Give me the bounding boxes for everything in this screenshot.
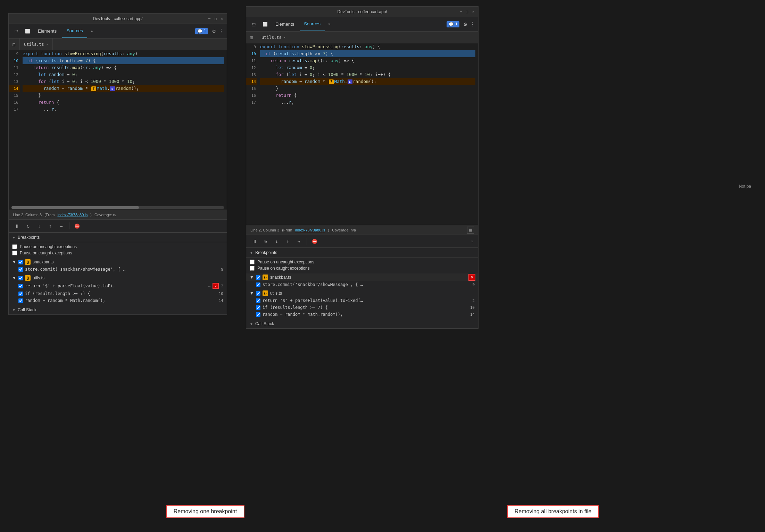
right-source-link[interactable]: index-73f73a80.js bbox=[295, 228, 325, 232]
left-title-text: DevTools - coffee-cart.app/ bbox=[93, 16, 142, 21]
right-utils-entry3-cb[interactable] bbox=[256, 312, 260, 317]
right-bp-caught-checkbox[interactable] bbox=[250, 266, 255, 271]
remove-all-btn-right[interactable]: ✕ bbox=[468, 274, 475, 281]
gutter-16-right: 16 bbox=[246, 92, 257, 99]
minimize-btn-right[interactable]: ─ bbox=[459, 10, 463, 14]
pause-btn-left[interactable]: ⏸ bbox=[12, 221, 22, 231]
left-bp-uncaught-row: Pause on uncaught exceptions bbox=[12, 244, 223, 249]
maximize-btn-right[interactable]: □ bbox=[465, 10, 469, 14]
right-bp-caught-row: Pause on caught exceptions bbox=[250, 266, 475, 271]
console-badge-right[interactable]: 💬 1 bbox=[447, 21, 460, 27]
right-title-bar: DevTools - coffee-cart.app/ ─ □ ✕ bbox=[246, 7, 478, 17]
mobile-icon-left[interactable]: ⬜ bbox=[23, 26, 32, 36]
left-bp-utils-header[interactable]: ▼ {} utils.ts bbox=[9, 274, 227, 282]
left-edit-icon[interactable]: ✏ bbox=[208, 284, 211, 288]
right-utils-entry2-cb[interactable] bbox=[256, 305, 260, 310]
inspect-icon-left[interactable]: ⬚ bbox=[11, 26, 21, 36]
left-bp-uncaught-checkbox[interactable] bbox=[12, 244, 17, 249]
right-utils-entry1-text: return '$' + parseFloat(value).toFixed(… bbox=[263, 298, 470, 303]
step-btn-left[interactable]: → bbox=[57, 221, 66, 231]
right-snackbar-checkbox[interactable] bbox=[256, 275, 260, 280]
code-line-12-right: let random = 0; bbox=[260, 64, 475, 71]
code-line-11-right: return results.map((r: any) => { bbox=[260, 57, 475, 64]
more-icon-left[interactable]: ⋮ bbox=[218, 28, 224, 34]
right-snackbar-entry1-cb[interactable] bbox=[256, 282, 260, 287]
file-close-right[interactable]: ✕ bbox=[284, 35, 286, 39]
mobile-icon-right[interactable]: ⬜ bbox=[260, 19, 270, 29]
right-file-tab-row: ◫ utils.ts ✕ bbox=[246, 32, 478, 43]
deactivate-btn-left[interactable]: ⛔ bbox=[72, 221, 82, 231]
right-bp-uncaught-checkbox[interactable] bbox=[250, 260, 255, 264]
right-status-bar: Line 2, Column 3 (From index-73f73a80.js… bbox=[246, 225, 478, 235]
left-bp-chevron: ▼ bbox=[12, 236, 16, 239]
left-snackbar-entry1-cb[interactable] bbox=[18, 267, 23, 272]
right-snackbar-chevron: ▼ bbox=[250, 275, 254, 280]
left-position: Line 2, Column 3 bbox=[13, 213, 42, 217]
code-line-16-right: return { bbox=[260, 92, 475, 99]
left-utils-entry2-cb[interactable] bbox=[18, 292, 23, 296]
right-bp-utils-header[interactable]: ▼ {} utils.ts bbox=[246, 289, 478, 297]
left-utils-checkbox[interactable] bbox=[18, 276, 23, 280]
left-snackbar-checkbox[interactable] bbox=[18, 260, 23, 264]
tab-sources-right[interactable]: Sources bbox=[300, 17, 325, 31]
step-into-btn-right[interactable]: ↓ bbox=[272, 236, 282, 246]
file-close-left[interactable]: ✕ bbox=[46, 42, 48, 46]
right-utils-entry3-line: 14 bbox=[470, 312, 475, 317]
tab-more-left[interactable]: » bbox=[89, 27, 95, 35]
step-out-btn-left[interactable]: ↑ bbox=[45, 221, 55, 231]
settings-icon-right[interactable]: ⚙ bbox=[464, 21, 467, 27]
console-badge-left[interactable]: 💬 1 bbox=[195, 28, 208, 34]
step-into-btn-left[interactable]: ↓ bbox=[34, 221, 44, 231]
right-utils-entry2-text: if (results.length >= 7) { bbox=[263, 305, 468, 310]
left-debugger-toolbar: ⏸ ↻ ↓ ↑ → ⛔ bbox=[9, 219, 227, 233]
pause-btn-right[interactable]: ⏸ bbox=[250, 236, 259, 246]
not-paused-label: Not pa bbox=[739, 184, 751, 189]
step-over-btn-left[interactable]: ↻ bbox=[23, 221, 33, 231]
left-callstack-header[interactable]: ▼ Call Stack bbox=[9, 305, 227, 315]
settings-icon-left[interactable]: ⚙ bbox=[212, 28, 216, 34]
code-line-13-left: for (let i = 0; i < 1000 * 1000 * 10; bbox=[23, 78, 224, 85]
step-btn-right[interactable]: → bbox=[294, 236, 304, 246]
left-breakpoints-header[interactable]: ▼ Breakpoints bbox=[9, 233, 227, 242]
minimize-btn-left[interactable]: ─ bbox=[207, 17, 211, 21]
left-bp-snackbar-header[interactable]: ▼ {} snackbar.ts bbox=[9, 258, 227, 266]
gutter-17-left: 17 bbox=[9, 106, 20, 113]
close-btn-right[interactable]: ✕ bbox=[471, 10, 475, 14]
step-over-btn-right[interactable]: ↻ bbox=[261, 236, 271, 246]
tab-elements-right[interactable]: Elements bbox=[271, 17, 298, 31]
deactivate-btn-right[interactable]: ⛔ bbox=[310, 236, 319, 246]
gutter-13-left: 13 bbox=[9, 78, 20, 85]
right-callstack-header[interactable]: ▼ Call Stack bbox=[246, 319, 478, 329]
left-bp-caught-checkbox[interactable] bbox=[12, 251, 17, 255]
tab-sources-left[interactable]: Sources bbox=[62, 24, 87, 38]
close-btn-left[interactable]: ✕ bbox=[220, 17, 224, 21]
right-snackbar-entry1-line: 9 bbox=[472, 282, 475, 287]
right-utils-checkbox[interactable] bbox=[256, 291, 260, 296]
file-tab-utils-right[interactable]: utils.ts ✕ bbox=[257, 32, 290, 43]
right-bp-snackbar-group: ▼ {} snackbar.ts ✕ store.commit('snackba… bbox=[246, 273, 478, 289]
sidebar-toggle-left[interactable]: ◫ bbox=[9, 39, 20, 50]
right-utils-entry1-cb[interactable] bbox=[256, 298, 260, 303]
code-line-10-left: if (results.length >= 7) { bbox=[23, 57, 224, 64]
inspect-icon-right[interactable]: ⬚ bbox=[249, 19, 259, 29]
more-icon-right[interactable]: ⋮ bbox=[470, 21, 475, 27]
left-snackbar-entry1-text: store.commit('snackbar/showMessage', { … bbox=[25, 267, 219, 272]
left-utils-entry3-cb[interactable] bbox=[18, 298, 23, 303]
step-out-btn-right[interactable]: ↑ bbox=[283, 236, 293, 246]
file-tab-utils-left[interactable]: utils.ts ✕ bbox=[20, 39, 53, 50]
maximize-btn-left[interactable]: □ bbox=[214, 17, 218, 21]
left-source-link[interactable]: index-73f73a80.js bbox=[58, 213, 88, 217]
left-utils-chevron: ▼ bbox=[12, 276, 16, 280]
sidebar-right-icon[interactable]: ▦ bbox=[467, 227, 474, 234]
left-code-area: 9 10 11 12 13 14 15 16 17 export functio… bbox=[9, 50, 227, 210]
right-bp-options: Pause on uncaught exceptions Pause on ca… bbox=[246, 257, 478, 273]
right-breakpoints-header[interactable]: ▼ Breakpoints bbox=[246, 248, 478, 257]
remove-one-btn-left[interactable]: ✕ bbox=[213, 283, 219, 289]
left-utils-entry1-cb[interactable] bbox=[18, 284, 23, 288]
sidebar-toggle-right[interactable]: ◫ bbox=[246, 32, 257, 43]
tab-more-right[interactable]: » bbox=[326, 20, 333, 28]
right-bp-snackbar-header[interactable]: ▼ {} snackbar.ts ✕ bbox=[246, 273, 478, 281]
left-scrollbar[interactable] bbox=[11, 206, 224, 209]
tab-elements-left[interactable]: Elements bbox=[34, 24, 61, 38]
right-bp-snackbar-entry1: store.commit('snackbar/showMessage', { …… bbox=[246, 281, 478, 288]
